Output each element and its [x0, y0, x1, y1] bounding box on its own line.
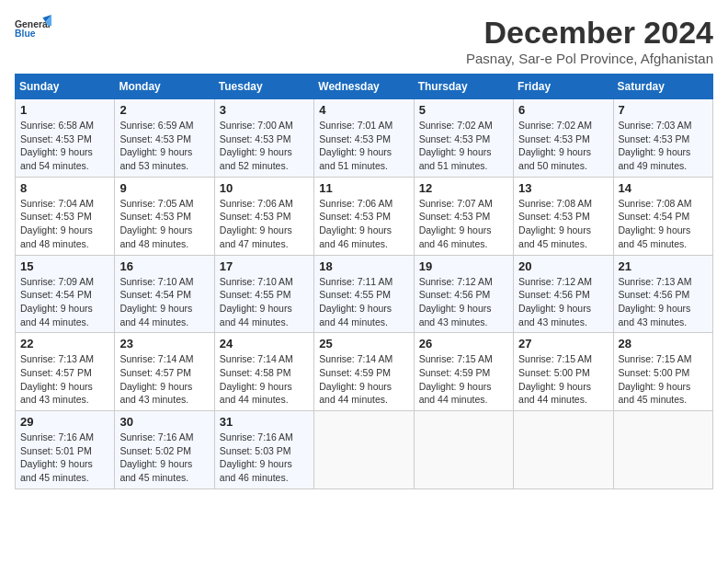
sunset-label: Sunset:	[619, 211, 652, 222]
calendar-cell: 28 Sunrise: 7:15 AM Sunset: 5:00 PM Dayl…	[613, 333, 712, 411]
sunset-label: Sunset:	[619, 367, 652, 378]
daylight-label: Daylight:	[619, 381, 656, 392]
daylight-label: Daylight:	[220, 458, 257, 469]
calendar-cell: 26 Sunrise: 7:15 AM Sunset: 4:59 PM Dayl…	[414, 333, 513, 411]
day-number: 6	[518, 103, 608, 117]
daylight-label: Daylight:	[220, 303, 257, 314]
day-number: 20	[518, 259, 608, 273]
day-info: Sunrise: 7:14 AM Sunset: 4:58 PM Dayligh…	[220, 352, 309, 407]
calendar-week-row: 29 Sunrise: 7:16 AM Sunset: 5:01 PM Dayl…	[16, 411, 713, 489]
calendar-cell: 9 Sunrise: 7:05 AM Sunset: 4:53 PM Dayli…	[115, 177, 214, 255]
calendar-cell: 14 Sunrise: 7:08 AM Sunset: 4:54 PM Dayl…	[613, 177, 712, 255]
calendar-cell: 17 Sunrise: 7:10 AM Sunset: 4:55 PM Dayl…	[214, 255, 313, 333]
weekday-header: Friday	[514, 75, 613, 99]
sunrise-label: Sunrise:	[220, 198, 256, 209]
day-info: Sunrise: 7:13 AM Sunset: 4:56 PM Dayligh…	[619, 275, 708, 329]
calendar-cell: 24 Sunrise: 7:14 AM Sunset: 4:58 PM Dayl…	[214, 333, 313, 411]
sunrise-label: Sunrise:	[20, 198, 56, 209]
month-title: December 2024	[466, 15, 713, 51]
day-number: 15	[20, 259, 109, 273]
daylight-label: Daylight:	[319, 146, 357, 157]
calendar-cell: 3 Sunrise: 7:00 AM Sunset: 4:53 PM Dayli…	[214, 99, 313, 178]
sunrise-label: Sunrise:	[419, 353, 455, 364]
calendar-body: 1 Sunrise: 6:58 AM Sunset: 4:53 PM Dayli…	[16, 99, 713, 489]
daylight-label: Daylight:	[220, 224, 257, 236]
daylight-label: Daylight:	[119, 458, 157, 469]
calendar-cell: 20 Sunrise: 7:12 AM Sunset: 4:56 PM Dayl…	[514, 255, 613, 333]
title-block: December 2024 Pasnay, Sar-e Pol Province…	[466, 15, 713, 66]
day-number: 1	[20, 103, 109, 117]
sunrise-label: Sunrise:	[20, 431, 56, 442]
day-info: Sunrise: 7:01 AM Sunset: 4:53 PM Dayligh…	[319, 119, 408, 173]
sunset-label: Sunset:	[419, 211, 452, 222]
day-info: Sunrise: 7:02 AM Sunset: 4:53 PM Dayligh…	[518, 119, 608, 173]
page-header: General Blue December 2024 Pasnay, Sar-e…	[15, 15, 713, 66]
sunset-label: Sunset:	[619, 133, 652, 144]
day-number: 17	[220, 259, 309, 273]
day-number: 2	[119, 103, 209, 117]
day-number: 5	[419, 103, 508, 117]
day-info: Sunrise: 7:14 AM Sunset: 4:59 PM Dayligh…	[319, 352, 408, 407]
day-info: Sunrise: 7:00 AM Sunset: 4:53 PM Dayligh…	[220, 119, 309, 173]
sunset-label: Sunset:	[220, 133, 253, 144]
calendar-cell: 29 Sunrise: 7:16 AM Sunset: 5:01 PM Dayl…	[16, 411, 115, 489]
day-info: Sunrise: 7:10 AM Sunset: 4:54 PM Dayligh…	[119, 275, 209, 329]
sunrise-label: Sunrise:	[20, 353, 56, 364]
sunset-label: Sunset:	[119, 367, 153, 378]
sunset-label: Sunset:	[518, 133, 552, 144]
day-info: Sunrise: 7:09 AM Sunset: 4:54 PM Dayligh…	[20, 275, 109, 329]
sunset-label: Sunset:	[518, 367, 552, 378]
calendar-cell: 23 Sunrise: 7:14 AM Sunset: 4:57 PM Dayl…	[115, 333, 214, 411]
sunset-label: Sunset:	[220, 211, 253, 222]
sunset-label: Sunset:	[419, 367, 452, 378]
sunset-label: Sunset:	[119, 211, 153, 222]
weekday-header: Tuesday	[214, 75, 313, 99]
daylight-label: Daylight:	[419, 381, 457, 392]
calendar-cell: 7 Sunrise: 7:03 AM Sunset: 4:53 PM Dayli…	[613, 99, 712, 178]
day-info: Sunrise: 7:06 AM Sunset: 4:53 PM Dayligh…	[220, 197, 309, 251]
sunset-label: Sunset:	[220, 445, 253, 456]
daylight-label: Daylight:	[20, 224, 58, 236]
location-title: Pasnay, Sar-e Pol Province, Afghanistan	[466, 51, 713, 66]
day-number: 29	[20, 415, 109, 429]
daylight-label: Daylight:	[419, 303, 457, 314]
sunset-label: Sunset:	[220, 367, 253, 378]
calendar-cell: 4 Sunrise: 7:01 AM Sunset: 4:53 PM Dayli…	[314, 99, 414, 178]
calendar-cell: 1 Sunrise: 6:58 AM Sunset: 4:53 PM Dayli…	[16, 99, 115, 178]
daylight-label: Daylight:	[119, 303, 157, 314]
sunrise-label: Sunrise:	[419, 198, 455, 209]
calendar-cell: 27 Sunrise: 7:15 AM Sunset: 5:00 PM Dayl…	[514, 333, 613, 411]
sunset-label: Sunset:	[20, 289, 53, 300]
day-info: Sunrise: 7:12 AM Sunset: 4:56 PM Dayligh…	[419, 275, 508, 329]
daylight-label: Daylight:	[20, 458, 58, 469]
sunset-label: Sunset:	[319, 211, 352, 222]
calendar-cell: 2 Sunrise: 6:59 AM Sunset: 4:53 PM Dayli…	[115, 99, 214, 178]
sunrise-label: Sunrise:	[419, 120, 455, 131]
sunset-label: Sunset:	[220, 289, 253, 300]
day-info: Sunrise: 7:15 AM Sunset: 4:59 PM Dayligh…	[419, 352, 508, 407]
daylight-label: Daylight:	[518, 303, 556, 314]
daylight-label: Daylight:	[619, 224, 656, 236]
weekday-header: Sunday	[16, 75, 115, 99]
sunrise-label: Sunrise:	[518, 353, 554, 364]
weekday-header: Thursday	[414, 75, 513, 99]
day-number: 21	[619, 259, 708, 273]
day-info: Sunrise: 7:15 AM Sunset: 5:00 PM Dayligh…	[518, 352, 608, 407]
day-number: 31	[220, 415, 309, 429]
sunset-label: Sunset:	[20, 133, 53, 144]
sunset-label: Sunset:	[20, 367, 53, 378]
day-number: 23	[119, 337, 209, 350]
svg-text:Blue: Blue	[15, 29, 36, 39]
sunrise-label: Sunrise:	[119, 431, 155, 442]
day-number: 19	[419, 259, 508, 273]
day-number: 28	[619, 337, 708, 350]
calendar-week-row: 8 Sunrise: 7:04 AM Sunset: 4:53 PM Dayli…	[16, 177, 713, 255]
calendar-cell: 6 Sunrise: 7:02 AM Sunset: 4:53 PM Dayli…	[514, 99, 613, 178]
sunrise-label: Sunrise:	[220, 276, 256, 287]
calendar-cell	[314, 411, 414, 489]
day-number: 30	[119, 415, 209, 429]
sunrise-label: Sunrise:	[119, 198, 155, 209]
calendar-week-row: 1 Sunrise: 6:58 AM Sunset: 4:53 PM Dayli…	[16, 99, 713, 178]
daylight-label: Daylight:	[518, 381, 556, 392]
daylight-label: Daylight:	[319, 303, 357, 314]
